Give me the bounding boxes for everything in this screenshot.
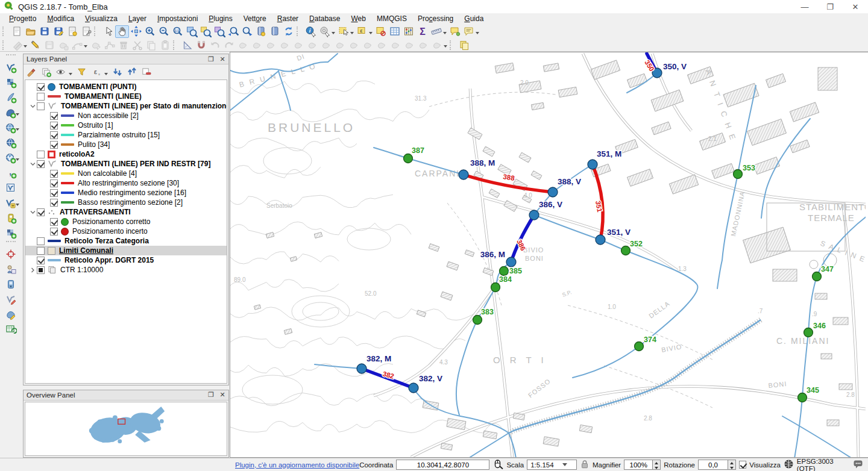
chevron-down-icon[interactable] bbox=[444, 45, 447, 49]
map-tips-icon[interactable] bbox=[448, 25, 462, 38]
layer-visibility-icon[interactable] bbox=[54, 66, 67, 78]
menu-raster[interactable]: Raster bbox=[272, 14, 304, 23]
zoom-to-selection-icon[interactable] bbox=[198, 25, 212, 38]
maximize-button[interactable]: ❐ bbox=[817, 0, 843, 13]
menu-layer[interactable]: Layer bbox=[123, 14, 152, 23]
save-project-as-icon[interactable] bbox=[51, 25, 65, 38]
add-postgis-layer-icon[interactable] bbox=[2, 105, 18, 120]
chevron-down-icon[interactable] bbox=[443, 32, 447, 36]
add-delimited-text-layer-icon[interactable]: , bbox=[3, 165, 19, 180]
layer-row[interactable]: Non calcolabile [4] bbox=[25, 169, 227, 178]
chevron-down-icon[interactable] bbox=[16, 158, 19, 163]
new-layer-icon[interactable] bbox=[2, 195, 18, 210]
menu-plugins[interactable]: Plugins bbox=[203, 14, 237, 23]
layer-row[interactable]: Parzialmente ostruito [15] bbox=[25, 130, 227, 140]
layer-checkbox[interactable] bbox=[37, 247, 45, 255]
magnifier-spinner[interactable] bbox=[653, 460, 661, 470]
menu-processing[interactable]: Processing bbox=[412, 14, 459, 23]
close-panel-icon[interactable]: ✕ bbox=[218, 55, 227, 63]
zoom-last-icon[interactable] bbox=[226, 25, 240, 38]
layer-row[interactable]: Posizionamento corretto bbox=[25, 217, 227, 226]
cut-features-icon[interactable] bbox=[130, 39, 144, 51]
chevron-down-icon[interactable] bbox=[369, 32, 373, 36]
close-panel-icon[interactable]: ✕ bbox=[218, 391, 227, 399]
collapse-all-icon[interactable] bbox=[125, 66, 138, 78]
layer-checkbox[interactable] bbox=[50, 122, 58, 129]
layer-checkbox[interactable] bbox=[50, 141, 58, 149]
add-part-icon[interactable] bbox=[277, 39, 291, 51]
move-feature-icon[interactable] bbox=[89, 39, 102, 51]
toolbar-handle[interactable] bbox=[94, 27, 99, 36]
measure-icon[interactable] bbox=[429, 25, 443, 38]
new-bookmark-icon[interactable] bbox=[268, 25, 281, 38]
copy-paste-style-icon[interactable] bbox=[457, 39, 471, 51]
toolbar-handle[interactable] bbox=[6, 54, 16, 58]
chevron-down-icon[interactable] bbox=[16, 128, 19, 133]
collapse-expander-icon[interactable] bbox=[28, 161, 37, 167]
add-raster-layer-icon[interactable] bbox=[3, 75, 19, 90]
layer-row[interactable]: reticoloA2 bbox=[25, 149, 227, 159]
add-oracle-layer-icon[interactable] bbox=[3, 225, 19, 240]
composer-manager-icon[interactable] bbox=[79, 25, 93, 38]
simplify-feature-icon[interactable] bbox=[250, 39, 263, 51]
zoom-next-icon[interactable] bbox=[240, 25, 254, 38]
layer-row[interactable]: TOMBAMENTI (LINEE) bbox=[25, 92, 227, 101]
close-button[interactable]: ✕ bbox=[843, 0, 868, 13]
chevron-down-icon[interactable] bbox=[16, 204, 19, 208]
layer-checkbox[interactable] bbox=[37, 83, 45, 91]
layer-row[interactable]: Medio restringimento sezione [16] bbox=[25, 188, 227, 198]
topology-edit-icon[interactable] bbox=[3, 292, 19, 307]
pan-icon[interactable] bbox=[115, 25, 129, 38]
messages-icon[interactable] bbox=[853, 460, 864, 470]
open-project-icon[interactable] bbox=[24, 25, 37, 38]
menu-mmqgis[interactable]: MMQGIS bbox=[371, 14, 412, 23]
toolbar-handle[interactable] bbox=[2, 40, 7, 50]
menu-visualizza[interactable]: Visualizza bbox=[80, 14, 123, 23]
merge-attributes-icon[interactable] bbox=[402, 39, 416, 51]
layer-checkbox[interactable] bbox=[50, 218, 58, 226]
plugin-update-link[interactable]: Plugin, c'è un aggiornamento disponibile bbox=[235, 461, 359, 469]
menu-modifica[interactable]: Modifica bbox=[42, 14, 80, 23]
scale-combo[interactable]: 1:5.154 bbox=[527, 460, 577, 470]
copy-features-icon[interactable] bbox=[144, 39, 158, 51]
toolbar-handle[interactable] bbox=[2, 27, 7, 36]
menu-vettore[interactable]: Vettore bbox=[238, 14, 272, 23]
layer-checkbox[interactable] bbox=[37, 151, 45, 158]
chevron-down-icon[interactable] bbox=[332, 32, 335, 36]
fill-ring-icon[interactable] bbox=[291, 39, 305, 51]
rotation-spinner[interactable] bbox=[728, 460, 736, 470]
split-parts-icon[interactable] bbox=[374, 39, 388, 51]
layer-checkbox[interactable] bbox=[50, 179, 58, 187]
layer-checkbox[interactable] bbox=[37, 93, 45, 101]
geometry-sketch-icon[interactable] bbox=[3, 307, 19, 322]
map-canvas[interactable]: B R U N E L L ODIBRUNELLOCARPANISerbatoi… bbox=[230, 52, 868, 458]
attribute-table-icon[interactable] bbox=[388, 25, 401, 38]
layer-checkbox[interactable] bbox=[50, 131, 58, 139]
reshape-features-icon[interactable] bbox=[333, 39, 347, 51]
toolbar-handle[interactable] bbox=[297, 27, 301, 36]
pan-to-selection-icon[interactable] bbox=[129, 25, 143, 38]
render-checkbox[interactable] bbox=[739, 461, 746, 469]
select-expression-icon[interactable]: ε bbox=[355, 25, 369, 38]
statistics-icon[interactable]: Σ bbox=[415, 25, 429, 38]
add-wcs-layer-icon[interactable] bbox=[3, 135, 19, 150]
layer-row[interactable]: Non accessibile [2] bbox=[25, 111, 227, 120]
remove-layer-icon[interactable] bbox=[140, 66, 153, 78]
toolbar-handle[interactable] bbox=[6, 241, 16, 245]
zoom-native-icon[interactable]: 1:1 bbox=[171, 25, 184, 38]
field-calculator-icon[interactable] bbox=[401, 25, 415, 38]
rotation-input[interactable] bbox=[698, 460, 728, 470]
add-wfs-layer-icon[interactable] bbox=[2, 150, 18, 165]
layer-row[interactable]: Posizionamento incerto bbox=[25, 226, 227, 236]
collapse-expander-icon[interactable] bbox=[28, 104, 37, 109]
layer-checkbox[interactable] bbox=[50, 112, 58, 120]
chevron-down-icon[interactable] bbox=[69, 73, 72, 77]
add-wms-layer-icon[interactable] bbox=[2, 120, 18, 135]
magnifier-input[interactable] bbox=[624, 460, 653, 470]
touch-icon[interactable] bbox=[101, 25, 115, 38]
add-feature-icon[interactable] bbox=[56, 39, 70, 51]
bookmarks-icon[interactable] bbox=[254, 25, 268, 38]
expression-filter-icon[interactable]: ειι bbox=[90, 66, 102, 78]
expand-expander-icon[interactable] bbox=[28, 267, 37, 273]
layer-row[interactable]: ATTRAVERSAMENTI bbox=[25, 207, 227, 217]
